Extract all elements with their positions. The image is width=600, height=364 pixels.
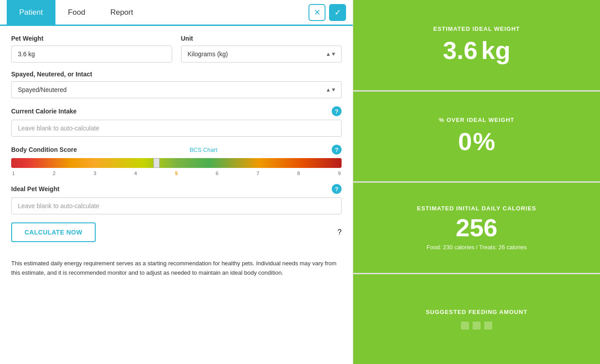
bcs-slider-thumb[interactable] <box>153 158 160 168</box>
close-button[interactable]: ✕ <box>308 4 325 21</box>
spayed-select[interactable]: Spayed/Neutered Intact <box>11 81 342 98</box>
unit-select-wrap: Kilograms (kg) Pounds (lb) ▲▼ <box>181 46 342 63</box>
stat-daily-calories-value: 256 <box>456 215 497 240</box>
calculate-button[interactable]: CALCULATE NOW <box>11 222 96 242</box>
bcs-slider-track[interactable] <box>11 158 342 168</box>
stat-over-weight-label: % OVER IDEAL WEIGHT <box>439 117 515 123</box>
pet-weight-input[interactable] <box>11 46 172 63</box>
stat-card-over-weight: % OVER IDEAL WEIGHT 0 % <box>353 92 600 182</box>
spayed-select-wrap: Spayed/Neutered Intact ▲▼ <box>11 81 342 98</box>
calorie-label-row: Current Calorie Intake ? <box>11 106 342 116</box>
bcs-label-5: 5 <box>175 171 177 176</box>
bcs-help-icon[interactable]: ? <box>332 145 342 155</box>
stat-daily-calories-label: ESTIMATED INITIAL DAILY CALORIES <box>417 205 537 212</box>
ideal-weight-label-row: Ideal Pet Weight ? <box>11 184 342 194</box>
close-icon: ✕ <box>314 8 321 17</box>
weight-unit-row: Pet Weight Unit Kilograms (kg) Pounds (l… <box>11 35 342 63</box>
stat-card-ideal-weight: ESTIMATED IDEAL WEIGHT 3.6 kg <box>353 0 600 90</box>
calorie-label-text: Current Calorie Intake <box>11 108 76 115</box>
right-panel: ESTIMATED IDEAL WEIGHT 3.6 kg % OVER IDE… <box>353 0 600 364</box>
ideal-weight-label-text: Ideal Pet Weight <box>11 185 59 192</box>
stat-card-daily-calories: ESTIMATED INITIAL DAILY CALORIES 256 Foo… <box>353 183 600 273</box>
bcs-label-6: 6 <box>216 171 219 176</box>
stat-over-weight-unit: % <box>473 127 495 156</box>
tabs-bar: Patient Food Report ✕ ✓ <box>0 0 353 26</box>
unit-select[interactable]: Kilograms (kg) Pounds (lb) <box>181 46 342 63</box>
calculate-help-icon[interactable]: ? <box>338 228 342 236</box>
tab-patient[interactable]: Patient <box>7 0 55 25</box>
tab-food[interactable]: Food <box>55 0 98 25</box>
disclaimer-text: This estimated daily energy requirement … <box>0 259 353 278</box>
form-area: Pet Weight Unit Kilograms (kg) Pounds (l… <box>0 26 353 259</box>
stat-ideal-weight-value: 3.6 <box>443 38 477 63</box>
bcs-label-1: 1 <box>12 171 15 176</box>
bcs-label-9: 9 <box>338 171 341 176</box>
stat-dot-2 <box>473 322 481 330</box>
bcs-label-3: 3 <box>93 171 96 176</box>
spayed-label: Spayed, Neutered, or Intact <box>11 71 342 78</box>
bcs-label-text: Body Condition Score <box>11 146 77 153</box>
stat-over-weight-value: 0 <box>458 129 472 154</box>
calorie-group: Current Calorie Intake ? <box>11 106 342 137</box>
tab-report[interactable]: Report <box>98 0 146 25</box>
left-panel: Patient Food Report ✕ ✓ Pet Weight Unit <box>0 0 353 364</box>
tab-actions: ✕ ✓ <box>308 0 346 25</box>
stat-card-feeding-amount: SUGGESTED FEEDING AMOUNT <box>353 274 600 364</box>
check-icon: ✓ <box>334 8 341 17</box>
stat-feeding-dots <box>461 322 492 330</box>
calculate-row: CALCULATE NOW ? <box>11 222 342 242</box>
calorie-help-icon[interactable]: ? <box>332 106 342 116</box>
bcs-group: Body Condition Score BCS Chart ? 1 2 3 4… <box>11 145 342 176</box>
ideal-weight-help-icon[interactable]: ? <box>332 184 342 194</box>
bcs-label-row: Body Condition Score BCS Chart ? <box>11 145 342 155</box>
bcs-slider-labels: 1 2 3 4 5 6 7 8 9 <box>11 171 342 176</box>
calorie-input[interactable] <box>11 120 342 137</box>
stat-daily-calories-sub: Food: 230 calories / Treats: 26 calories <box>427 244 527 251</box>
ideal-weight-input[interactable] <box>11 197 342 214</box>
unit-group: Unit Kilograms (kg) Pounds (lb) ▲▼ <box>181 35 342 63</box>
pet-weight-label: Pet Weight <box>11 35 172 42</box>
stat-ideal-weight-unit: kg <box>481 36 510 65</box>
bcs-chart-link[interactable]: BCS Chart <box>190 146 217 153</box>
ideal-weight-group: Ideal Pet Weight ? <box>11 184 342 214</box>
stat-dot-3 <box>484 322 492 330</box>
stat-feeding-amount-label: SUGGESTED FEEDING AMOUNT <box>426 309 527 315</box>
pet-weight-group: Pet Weight <box>11 35 172 63</box>
bcs-label-2: 2 <box>53 171 55 176</box>
bcs-label-8: 8 <box>297 171 300 176</box>
bcs-label-4: 4 <box>134 171 137 176</box>
confirm-button[interactable]: ✓ <box>329 4 346 21</box>
stat-dot-1 <box>461 322 469 330</box>
stat-ideal-weight-label: ESTIMATED IDEAL WEIGHT <box>433 25 520 32</box>
bcs-label-7: 7 <box>257 171 259 176</box>
unit-label: Unit <box>181 35 342 42</box>
spayed-group: Spayed, Neutered, or Intact Spayed/Neute… <box>11 71 342 98</box>
